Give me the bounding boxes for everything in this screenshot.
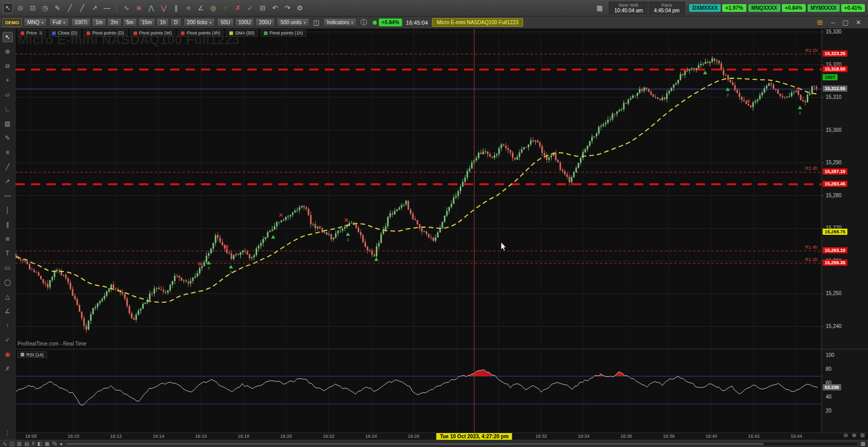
fan-icon[interactable]: ∠ <box>196 3 206 13</box>
unit-button-100u[interactable]: 100U <box>235 18 255 27</box>
cursor-tool-icon[interactable]: ↖ <box>3 32 13 42</box>
delete-icon[interactable]: ✗ <box>3 364 13 374</box>
alert-icon[interactable]: ◉ <box>3 349 13 359</box>
channel-icon[interactable]: ∥ <box>171 3 181 13</box>
channel-tool-icon[interactable]: ∥ <box>3 219 13 230</box>
timeframe-button-1m[interactable]: 1m <box>92 18 106 27</box>
line-tool-icon[interactable]: ╱ <box>65 3 75 13</box>
zoom-out-icon[interactable]: ⊖ <box>843 432 848 439</box>
rsi-legend[interactable]: RSI (14) <box>18 351 47 358</box>
crosshair-tool-icon[interactable]: + <box>3 75 13 85</box>
timeframe-button-5m[interactable]: 5m <box>123 18 137 27</box>
pencil-icon[interactable]: ✎ <box>53 3 62 13</box>
pencil-tool-icon[interactable]: ✎ <box>3 133 13 143</box>
fill-tool-icon[interactable]: ▨ <box>3 118 13 129</box>
cursor-icon[interactable]: ↖ <box>3 3 13 13</box>
zigzag-icon[interactable]: ≋ <box>134 3 144 13</box>
ruler-tool-icon[interactable]: ∟ <box>3 104 13 114</box>
ticker-mnqxxxx[interactable]: MNQXXXX+0.84% <box>748 4 806 12</box>
fibonacci-icon[interactable]: ≡ <box>183 3 193 13</box>
fibonacci-tool-icon[interactable]: ≡ <box>3 147 13 158</box>
zigzag-tool-icon[interactable]: ≋ <box>3 234 13 244</box>
line-tool-icon[interactable]: ╱ <box>3 162 13 172</box>
chart-style-icon[interactable]: ◫ <box>311 18 321 28</box>
hash-view-icon[interactable]: # <box>32 441 35 447</box>
candle-view-icon[interactable]: ◫ <box>9 441 14 447</box>
price-options-icon[interactable]: ≣ <box>39 30 43 36</box>
confirm-icon[interactable]: ✓ <box>245 3 255 13</box>
timeframe-button-15m[interactable]: 15m <box>138 18 155 27</box>
timeframe-button-1h[interactable]: 1h <box>156 18 169 27</box>
triangle-tool-icon[interactable]: △ <box>3 291 13 302</box>
timeframe-button-100ti[interactable]: 100Ti <box>71 18 91 27</box>
units-select[interactable]: 500 units <box>277 18 309 27</box>
vline-tool-icon[interactable]: │ <box>3 205 13 215</box>
ray-tool-icon[interactable]: ↗ <box>90 3 99 13</box>
alarm-icon[interactable]: ◷ <box>40 3 50 13</box>
segment-tool-icon[interactable]: ╱ <box>77 3 87 13</box>
ellipse-tool-icon[interactable]: ◯ <box>3 277 13 287</box>
minimize-icon[interactable]: – <box>828 18 838 28</box>
indicators-button[interactable]: Indicators <box>323 18 357 27</box>
scroll-left-icon[interactable]: ◂ <box>59 441 62 447</box>
pattern-top-icon[interactable]: ⋀ <box>146 3 156 13</box>
unit-button-50u[interactable]: 50U <box>217 18 233 27</box>
tick-interval-select[interactable]: 200 ticks <box>183 18 215 27</box>
info-icon[interactable]: ⓘ <box>359 18 369 28</box>
page-grid-icon[interactable]: ▩ <box>861 441 865 447</box>
text-tool-icon[interactable]: T <box>3 248 13 259</box>
legend-pivot-points-1h-[interactable]: Pivot points (1h) <box>261 29 306 37</box>
trash-icon[interactable]: ⊟ <box>258 3 268 13</box>
timeframe-button-d[interactable]: D <box>170 18 181 27</box>
rectangle-tool-icon[interactable]: ▭ <box>3 263 13 273</box>
legend-pivot-points-d-[interactable]: Pivot points (D) <box>84 29 127 37</box>
zoom-in-tool-icon[interactable]: ⊕ <box>3 46 13 57</box>
scrollbar-thumb[interactable] <box>66 443 763 445</box>
buy-marker-icon[interactable]: ↑ <box>3 320 13 331</box>
legend-price[interactable]: Price≣ <box>18 29 46 37</box>
percent-scale-icon[interactable]: % <box>52 441 57 447</box>
more-tools-icon[interactable]: ⋮ <box>5 429 11 437</box>
legend-pivot-points-w-[interactable]: Pivot points (W) <box>130 29 175 37</box>
unit-button-200u[interactable]: 200U <box>255 18 275 27</box>
contract-select[interactable]: Full <box>49 18 69 27</box>
validate-icon[interactable]: ✓ <box>3 335 13 345</box>
wave-view-icon[interactable]: ∿ <box>3 441 7 447</box>
undo-icon[interactable]: ↶ <box>270 3 280 13</box>
buy-arrow-icon[interactable]: ↑ <box>221 3 230 13</box>
zoom-area-icon[interactable]: ⊡ <box>28 3 38 13</box>
bar-view-icon[interactable]: ▥ <box>17 441 22 447</box>
sell-cross-icon[interactable]: ✗ <box>233 3 243 13</box>
redo-icon[interactable]: ↷ <box>282 3 292 13</box>
instrument-select[interactable]: MNQ <box>24 18 47 27</box>
settings-icon[interactable]: ⚙ <box>295 3 305 13</box>
target-icon[interactable]: ◎ <box>208 3 218 13</box>
pattern-bottom-icon[interactable]: ⋁ <box>159 3 169 13</box>
ticker-dxmxxxx[interactable]: DXMXXXX+1.97% <box>689 4 746 12</box>
zoom-out-tool-icon[interactable]: ⊖ <box>3 61 13 71</box>
horizontal-scrollbar[interactable] <box>64 442 858 446</box>
detach-icon[interactable]: ⊞ <box>815 18 825 28</box>
indicator-wave-icon[interactable]: ∿ <box>122 3 131 13</box>
hline-tool-icon[interactable]: ― <box>3 191 13 201</box>
workspace-icon[interactable]: ▦ <box>595 3 605 13</box>
ticker-mymxxxx[interactable]: MYMXXXX+0.41% <box>808 4 865 12</box>
timeframe-button-2m[interactable]: 2m <box>107 18 122 27</box>
chart-canvas[interactable]: R3 1hR2 4hR1 4hR1 1h2222215,33015,32015,… <box>0 0 868 447</box>
maximize-icon[interactable]: ▢ <box>841 18 850 28</box>
split-view-icon[interactable]: ◧ <box>37 441 42 447</box>
zoom-icon[interactable]: ⊙ <box>15 3 25 13</box>
legend-sma-50-[interactable]: SMA (50) <box>226 29 258 37</box>
layout-view-icon[interactable]: ▦ <box>45 441 49 447</box>
legend-pivot-points-4h-[interactable]: Pivot points (4h) <box>178 29 223 37</box>
close-icon[interactable]: ✕ <box>854 18 863 28</box>
fan-tool-icon[interactable]: ∠ <box>3 306 13 316</box>
fit-screen-icon[interactable]: ⊞ <box>860 432 865 439</box>
time-axis[interactable]: Tue 10 Oct 2023, 4:27:20 pm 16:0816:1016… <box>15 433 868 440</box>
eraser-tool-icon[interactable]: ▱ <box>3 90 13 100</box>
legend-close-d-[interactable]: Close (D) <box>49 29 80 37</box>
trendline-tool-icon[interactable]: ↗ <box>3 176 13 186</box>
table-view-icon[interactable]: ▤ <box>24 441 29 447</box>
zoom-in-icon[interactable]: ⊕ <box>852 432 857 439</box>
hline-tool-icon[interactable]: ― <box>102 3 112 13</box>
